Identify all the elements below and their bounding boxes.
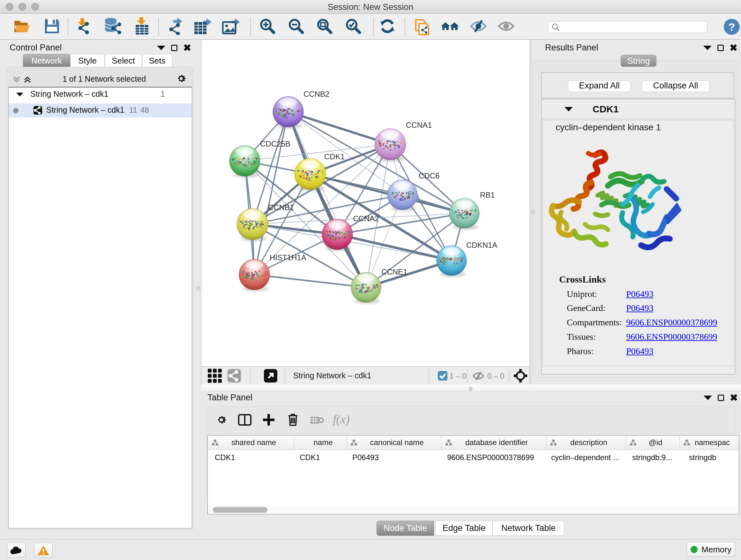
svg-text:RB1: RB1 bbox=[480, 191, 495, 199]
svg-text:CCNE1: CCNE1 bbox=[381, 267, 407, 276]
svg-text:CDK1: CDK1 bbox=[324, 152, 345, 161]
svg-text:HIST1H1A: HIST1H1A bbox=[270, 253, 307, 262]
svg-text:CCNA2: CCNA2 bbox=[353, 214, 379, 223]
svg-text:CCNA1: CCNA1 bbox=[406, 121, 432, 129]
svg-text:CDC6: CDC6 bbox=[419, 172, 440, 180]
svg-text:CDC25B: CDC25B bbox=[260, 139, 290, 148]
svg-text:CCNB2: CCNB2 bbox=[304, 90, 329, 98]
svg-text:CDKN1A: CDKN1A bbox=[466, 241, 497, 249]
svg-text:CCNB1: CCNB1 bbox=[268, 203, 294, 212]
